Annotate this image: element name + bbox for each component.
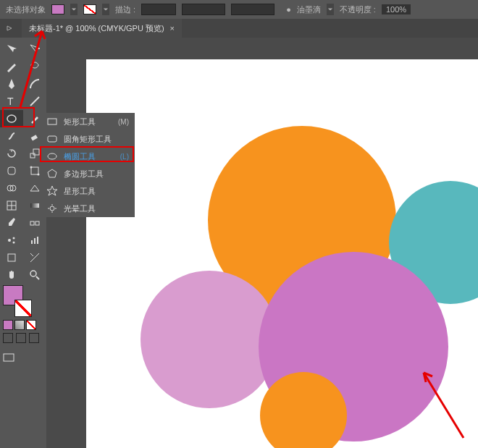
svg-rect-19 xyxy=(34,238,35,244)
fill-dropdown-icon[interactable] xyxy=(70,4,77,15)
close-icon[interactable]: × xyxy=(170,24,175,33)
artboard[interactable] xyxy=(86,59,478,448)
svg-point-29 xyxy=(50,206,54,211)
type-tool-icon[interactable]: T xyxy=(0,93,23,110)
tab-title: 未标题-1* @ 100% (CMYK/GPU 预览) xyxy=(29,23,164,34)
svg-point-1 xyxy=(7,115,16,122)
svg-rect-2 xyxy=(31,135,38,140)
flyout-star[interactable]: 星形工具 xyxy=(41,182,135,200)
lasso-tool-icon[interactable] xyxy=(23,58,46,75)
flyout-polygon[interactable]: 多边形工具 xyxy=(41,165,135,182)
selection-label: 未选择对象 xyxy=(6,4,46,15)
color-palette[interactable] xyxy=(0,318,46,331)
svg-marker-28 xyxy=(47,186,57,195)
opacity-value[interactable]: 100% xyxy=(382,4,411,14)
document-tabbar: 未标题-1* @ 100% (CMYK/GPU 预览) × xyxy=(0,19,478,38)
graph-tool-icon[interactable] xyxy=(23,232,46,249)
document-tab[interactable]: 未标题-1* @ 100% (CMYK/GPU 预览) × xyxy=(22,19,182,38)
svg-rect-5 xyxy=(8,167,15,174)
svg-point-26 xyxy=(48,153,56,159)
screen-mode-3-icon[interactable] xyxy=(29,333,39,343)
flyout-rectangle[interactable]: 矩形工具(M) xyxy=(41,113,135,130)
expand-icon[interactable] xyxy=(4,21,14,35)
canvas-area xyxy=(46,38,478,448)
effect-dropdown-icon[interactable] xyxy=(327,4,334,15)
svg-rect-25 xyxy=(48,136,56,142)
svg-rect-13 xyxy=(30,221,34,225)
svg-point-16 xyxy=(13,237,15,240)
svg-point-22 xyxy=(30,271,36,276)
svg-rect-18 xyxy=(31,240,33,244)
brush-select[interactable] xyxy=(231,4,274,15)
magic-wand-tool-icon[interactable] xyxy=(0,58,23,75)
svg-rect-14 xyxy=(35,221,39,225)
stroke-dropdown-icon[interactable] xyxy=(102,4,109,15)
pen-tool-icon[interactable] xyxy=(0,75,23,93)
screen-mode-icon[interactable] xyxy=(3,333,13,343)
zoom-tool-icon[interactable] xyxy=(23,266,46,284)
flyout-rounded-rectangle[interactable]: 圆角矩形工具 xyxy=(41,130,135,148)
flyout-ellipse[interactable]: 椭圆工具(L) xyxy=(41,148,135,165)
svg-rect-21 xyxy=(8,254,15,261)
svg-rect-24 xyxy=(48,119,56,124)
canvas-circle[interactable] xyxy=(141,271,278,408)
hand-tool-icon[interactable] xyxy=(0,266,23,284)
flyout-flare[interactable]: 光晕工具 xyxy=(41,200,135,217)
svg-point-8 xyxy=(38,174,40,176)
eyedropper-tool-icon[interactable] xyxy=(0,214,23,232)
effect-label: 油墨滴 xyxy=(297,4,321,15)
svg-rect-12 xyxy=(30,203,39,208)
svg-text:T: T xyxy=(7,96,14,107)
warp-tool-icon[interactable] xyxy=(0,162,23,179)
shape-builder-tool-icon[interactable] xyxy=(0,179,23,197)
direct-selection-tool-icon[interactable] xyxy=(23,41,46,58)
svg-rect-23 xyxy=(4,354,14,361)
screen-mode-2-icon[interactable] xyxy=(16,333,26,343)
slice-tool-icon[interactable] xyxy=(23,249,46,266)
shape-tool-flyout: 矩形工具(M) 圆角矩形工具 椭圆工具(L) 多边形工具 星形工具 光晕工具 xyxy=(41,113,135,217)
svg-rect-4 xyxy=(33,149,39,155)
shaper-tool-icon[interactable] xyxy=(0,127,23,145)
svg-rect-20 xyxy=(37,237,38,244)
change-screen-icon[interactable] xyxy=(3,352,14,363)
stroke-width-select[interactable] xyxy=(141,4,176,15)
mesh-tool-icon[interactable] xyxy=(0,197,23,214)
toolbar: T xyxy=(0,38,46,448)
opacity-label: 不透明度 : xyxy=(340,4,376,15)
fill-swatch[interactable] xyxy=(51,4,64,14)
svg-marker-27 xyxy=(48,169,56,177)
stroke-profile-select[interactable] xyxy=(182,4,225,15)
curvature-tool-icon[interactable] xyxy=(23,75,46,93)
options-bar: 未选择对象 描边 : ● 油墨滴 不透明度 : 100% xyxy=(0,0,478,19)
rotate-tool-icon[interactable] xyxy=(0,145,23,162)
svg-rect-3 xyxy=(30,153,35,158)
svg-point-17 xyxy=(13,242,15,244)
line-tool-icon[interactable] xyxy=(23,93,46,110)
svg-rect-6 xyxy=(31,167,38,174)
artboard-tool-icon[interactable] xyxy=(0,249,23,266)
svg-point-15 xyxy=(8,239,11,242)
ellipse-tool-icon[interactable] xyxy=(0,110,23,127)
selection-tool-icon[interactable] xyxy=(0,41,23,58)
svg-point-7 xyxy=(30,166,33,169)
fill-stroke-swatch[interactable] xyxy=(0,284,46,318)
stroke-swatch-none[interactable] xyxy=(83,4,96,14)
symbol-tool-icon[interactable] xyxy=(0,232,23,249)
stroke-label: 描边 : xyxy=(115,4,135,15)
